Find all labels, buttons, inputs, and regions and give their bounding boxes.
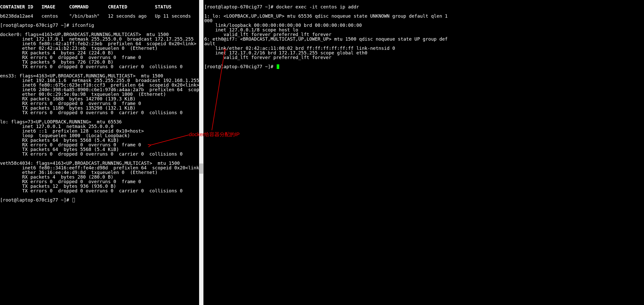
docker-ps-header: CONTAINER ID IMAGE COMMAND CREATED STATU… — [0, 5, 199, 9]
left-scrollbar[interactable] — [199, 0, 203, 305]
shell-prompt: [root@laptop-670cig77 ~]# — [204, 4, 276, 9]
prompt-line-2[interactable]: [root@laptop-670cig77 ~]# — [0, 198, 199, 202]
ip-addr-output: 1: lo: <LOOPBACK,UP,LOWER_UP> mtu 65536 … — [204, 14, 644, 60]
left-terminal[interactable]: CONTAINER ID IMAGE COMMAND CREATED STATU… — [0, 0, 199, 305]
shell-prompt: [root@laptop-670cig77 ~]# — [0, 197, 72, 203]
shell-prompt: [root@laptop-670cig77 ~]# — [0, 22, 72, 28]
prompt-line-2[interactable]: [root@laptop-670cig77 ~]# — [204, 64, 644, 69]
prompt-line-1: [root@laptop-670cig77 ~]# ifconfig — [0, 23, 199, 28]
scrollbar-track[interactable] — [199, 0, 203, 305]
command-ifconfig: ifconfig — [72, 22, 94, 28]
cursor-icon — [277, 64, 279, 69]
annotation-label: docker给容器分配的IP — [189, 132, 240, 137]
docker-ps-row: b6238da12ae4 centos "/bin/bash" 12 secon… — [0, 14, 199, 18]
cursor-icon — [72, 198, 75, 202]
right-terminal[interactable]: [root@laptop-670cig77 ~]# docker exec -i… — [204, 0, 644, 305]
command-docker-exec: docker exec -it centos ip addr — [276, 4, 359, 9]
ifconfig-output: docker0: flags=4163<UP,BROADCAST,RUNNING… — [0, 32, 199, 193]
scrollbar-thumb[interactable] — [199, 163, 203, 174]
shell-prompt: [root@laptop-670cig77 ~]# — [204, 64, 276, 69]
prompt-line-1: [root@laptop-670cig77 ~]# docker exec -i… — [204, 5, 644, 9]
